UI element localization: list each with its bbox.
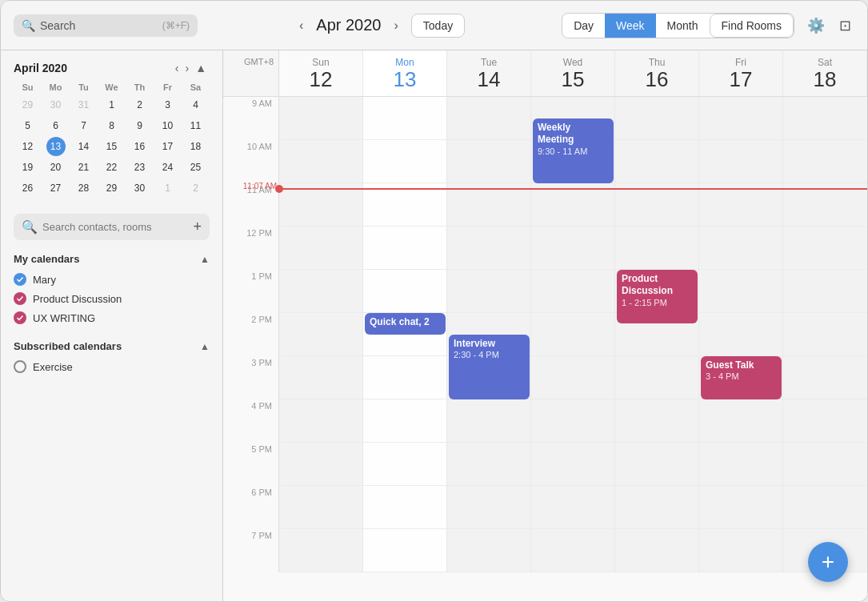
mini-day-30-other[interactable]: 30: [46, 95, 66, 114]
mini-day-2-other[interactable]: 2: [186, 179, 206, 198]
time-cell-7-3[interactable]: [531, 399, 615, 443]
time-cell-5-5[interactable]: [699, 313, 783, 356]
next-month-button[interactable]: ›: [389, 15, 402, 36]
time-cell-6-6[interactable]: [783, 356, 867, 399]
my-calendars-header[interactable]: My calendars ▲: [14, 253, 210, 265]
event-4[interactable]: Guest Talk3 - 4 PM: [701, 356, 782, 399]
time-cell-0-5[interactable]: [699, 97, 783, 140]
time-cell-3-3[interactable]: [531, 227, 615, 270]
time-cell-3-4[interactable]: [615, 227, 699, 270]
time-cell-0-0[interactable]: [279, 97, 363, 140]
subscribed-calendars-header[interactable]: Subscribed calendars ▲: [14, 340, 210, 352]
time-cell-4-1[interactable]: [363, 270, 447, 313]
time-cell-1-6[interactable]: [783, 140, 867, 183]
event-2[interactable]: Interview2:30 - 4 PM: [449, 335, 530, 399]
mini-day-31-other[interactable]: 31: [74, 95, 94, 114]
time-cell-6-0[interactable]: [279, 356, 363, 399]
time-cell-1-1[interactable]: [363, 140, 447, 183]
time-cell-5-6[interactable]: [783, 313, 867, 356]
mini-day-8[interactable]: 8: [102, 116, 122, 135]
time-cell-8-5[interactable]: [699, 443, 783, 486]
mini-day-14[interactable]: 14: [74, 137, 94, 156]
time-cell-10-1[interactable]: [363, 529, 447, 572]
time-cell-9-5[interactable]: [699, 486, 783, 529]
time-cell-3-1[interactable]: [363, 227, 447, 270]
time-cell-7-1[interactable]: [363, 399, 447, 443]
mini-next-button[interactable]: ›: [182, 60, 192, 76]
mini-day-1[interactable]: 1: [102, 95, 122, 114]
event-1[interactable]: Quick chat, 2: [365, 313, 446, 335]
calendar-item-exercise[interactable]: Exercise: [14, 357, 210, 376]
time-cell-5-0[interactable]: [279, 313, 363, 356]
mini-day-27[interactable]: 27: [46, 179, 66, 198]
add-event-fab[interactable]: +: [808, 542, 848, 582]
mini-day-25[interactable]: 25: [186, 158, 206, 177]
mini-day-21[interactable]: 21: [74, 158, 94, 177]
mini-day-26[interactable]: 26: [18, 179, 38, 198]
search-contacts-input[interactable]: [42, 221, 188, 233]
mini-day-16[interactable]: 16: [130, 137, 150, 156]
time-cell-10-4[interactable]: [615, 529, 699, 572]
time-cell-10-0[interactable]: [279, 529, 363, 572]
mini-collapse-button[interactable]: ▲: [192, 60, 210, 76]
calendar-item-product-discussion[interactable]: Product Discussion: [14, 289, 210, 308]
mini-day-20[interactable]: 20: [46, 158, 66, 177]
time-cell-0-1[interactable]: [363, 97, 447, 140]
time-cell-1-2[interactable]: [447, 140, 531, 183]
time-cell-1-4[interactable]: [615, 140, 699, 183]
time-cell-6-3[interactable]: [531, 356, 615, 399]
mini-day-15[interactable]: 15: [102, 137, 122, 156]
mini-day-18[interactable]: 18: [186, 137, 206, 156]
calendar-item-ux-writing[interactable]: UX WRITING: [14, 308, 210, 327]
time-cell-0-2[interactable]: [447, 97, 531, 140]
time-cell-8-3[interactable]: [531, 443, 615, 486]
time-cell-10-5[interactable]: [699, 529, 783, 572]
mini-day-30[interactable]: 30: [130, 179, 150, 198]
mini-day-12[interactable]: 12: [18, 137, 38, 156]
time-cell-4-2[interactable]: [447, 270, 531, 313]
week-view-button[interactable]: Week: [605, 14, 656, 38]
split-view-button[interactable]: ⊡: [836, 14, 854, 38]
time-cell-9-1[interactable]: [363, 486, 447, 529]
add-contact-button[interactable]: +: [193, 219, 202, 235]
search-contacts-box[interactable]: 🔍 +: [14, 214, 210, 240]
mini-day-11[interactable]: 11: [186, 116, 206, 135]
mini-day-19[interactable]: 19: [18, 158, 38, 177]
mini-day-24[interactable]: 24: [158, 158, 178, 177]
mini-day-9[interactable]: 9: [130, 116, 150, 135]
event-3[interactable]: Product Discussion1 - 2:15 PM: [617, 270, 698, 324]
time-cell-0-4[interactable]: [615, 97, 699, 140]
time-cell-7-4[interactable]: [615, 399, 699, 443]
time-cell-7-2[interactable]: [447, 399, 531, 443]
time-cell-3-5[interactable]: [699, 227, 783, 270]
mini-day-4[interactable]: 4: [186, 95, 206, 114]
time-cell-6-1[interactable]: [363, 356, 447, 399]
time-cell-3-0[interactable]: [279, 227, 363, 270]
time-cell-4-3[interactable]: [531, 270, 615, 313]
time-cell-7-5[interactable]: [699, 399, 783, 443]
mini-day-5[interactable]: 5: [18, 116, 38, 135]
day-view-button[interactable]: Day: [562, 14, 605, 38]
mini-day-2[interactable]: 2: [130, 95, 150, 114]
time-cell-3-2[interactable]: [447, 227, 531, 270]
time-cell-4-5[interactable]: [699, 270, 783, 313]
mini-day-1-other[interactable]: 1: [158, 179, 178, 198]
calendar-item-mary[interactable]: Mary: [14, 270, 210, 289]
mini-day-10[interactable]: 10: [158, 116, 178, 135]
month-view-button[interactable]: Month: [656, 14, 710, 38]
time-cell-5-3[interactable]: [531, 313, 615, 356]
time-cell-9-0[interactable]: [279, 486, 363, 529]
mini-prev-button[interactable]: ‹: [172, 60, 182, 76]
search-box[interactable]: 🔍 Search (⌘+F): [14, 14, 198, 37]
time-cell-0-6[interactable]: [783, 97, 867, 140]
time-cell-8-1[interactable]: [363, 443, 447, 486]
mini-day-29-other[interactable]: 29: [18, 95, 38, 114]
time-cell-4-0[interactable]: [279, 270, 363, 313]
time-cell-8-2[interactable]: [447, 443, 531, 486]
mini-day-7[interactable]: 7: [74, 116, 94, 135]
mini-day-23[interactable]: 23: [130, 158, 150, 177]
time-cell-3-6[interactable]: [783, 227, 867, 270]
settings-button[interactable]: ⚙️: [804, 14, 828, 38]
time-cell-9-4[interactable]: [615, 486, 699, 529]
time-cell-6-4[interactable]: [615, 356, 699, 399]
